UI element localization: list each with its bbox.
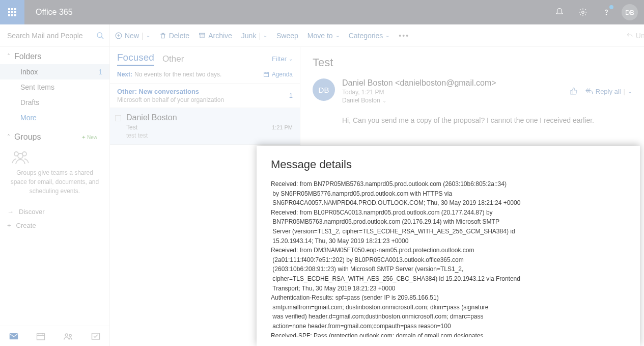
folders-more[interactable]: More	[0, 110, 109, 125]
people-module-icon[interactable]	[63, 332, 73, 340]
delete-button[interactable]: Delete	[159, 32, 189, 40]
create-link[interactable]: +Create	[7, 219, 102, 232]
svg-point-0	[582, 11, 584, 14]
folder-count: 1	[98, 68, 102, 76]
discover-label: Discover	[19, 208, 45, 216]
new-button[interactable]: New |⌄	[115, 32, 150, 40]
user-avatar[interactable]: DB	[622, 4, 638, 20]
message-checkbox[interactable]	[115, 115, 121, 121]
groups-header[interactable]: ˄ Groups ✦ New	[0, 125, 109, 145]
message-time: 1:21 PM	[272, 124, 293, 130]
tab-other[interactable]: Other	[162, 54, 184, 64]
search-input[interactable]	[7, 32, 96, 40]
calendar-module-icon[interactable]	[36, 332, 45, 340]
reading-title: Test	[313, 56, 632, 69]
folder-sent[interactable]: Sent Items	[0, 79, 109, 95]
brand-title: Office 365	[36, 8, 73, 17]
tasks-module-icon[interactable]	[91, 332, 100, 340]
svg-point-4	[97, 33, 102, 37]
notifications-icon[interactable]	[551, 4, 568, 20]
reading-date: Today, 1:21 PM	[342, 89, 496, 96]
like-icon[interactable]	[570, 87, 578, 95]
search-icon[interactable]	[96, 32, 104, 40]
message-details-modal: Message details Received: from BN7PR05MB…	[257, 146, 640, 346]
chevron-up-icon: ˄	[7, 53, 10, 60]
module-switcher	[0, 326, 109, 346]
svg-point-10	[65, 334, 68, 336]
app-launcher-button[interactable]	[0, 0, 24, 24]
mail-module-icon[interactable]	[9, 333, 18, 340]
waffle-icon	[8, 8, 16, 16]
groups-empty: Groups give teams a shared space for ema…	[0, 145, 109, 201]
folder-drafts[interactable]: Drafts	[0, 95, 109, 110]
sender-avatar: DB	[313, 78, 335, 101]
folder-label: Inbox	[20, 68, 38, 76]
agenda-button[interactable]: Agenda	[263, 71, 293, 78]
folder-label: Drafts	[20, 98, 39, 107]
folder-label: Sent Items	[20, 83, 54, 91]
message-subject: Test	[126, 124, 293, 131]
new-tag: ✦ New	[81, 135, 97, 140]
settings-icon[interactable]	[575, 4, 591, 20]
message-headers[interactable]: Received: from BN7PR05MB5763.namprd05.pr…	[271, 179, 626, 337]
folders-title: Folders	[14, 52, 41, 61]
other-box[interactable]: Other: New conversations Microsoft on be…	[110, 83, 300, 108]
message-preview: test test	[126, 132, 293, 139]
groups-title: Groups	[14, 132, 41, 142]
create-label: Create	[16, 222, 36, 229]
filter-button[interactable]: Filter ⌄	[272, 55, 293, 63]
new-label: New	[125, 32, 139, 40]
reading-body: Hi, Can you send me a copy of the propos…	[342, 115, 632, 126]
people-icon	[10, 150, 99, 164]
groups-desc: Groups give teams a shared space for ema…	[10, 168, 99, 196]
archive-label: Archive	[208, 32, 232, 40]
delete-label: Delete	[169, 32, 189, 40]
reply-all-button[interactable]: Reply all | ⌄	[585, 88, 632, 95]
help-badge	[609, 5, 613, 9]
junk-label: Junk	[241, 32, 257, 40]
modal-title: Message details	[271, 158, 626, 171]
svg-rect-8	[9, 333, 18, 339]
left-nav: ˄ Folders Inbox 1 Sent Items Drafts More…	[0, 24, 110, 346]
svg-point-11	[69, 334, 71, 336]
svg-rect-9	[37, 333, 44, 339]
chevron-up-icon: ˄	[7, 134, 10, 141]
svg-point-1	[606, 14, 606, 15]
top-bar: Office 365 DB	[0, 0, 644, 24]
tab-focused[interactable]: Focused	[117, 52, 154, 66]
other-title: Other: New conversations	[117, 88, 224, 95]
sweep-button[interactable]: Sweep	[276, 32, 298, 40]
chevron-down-icon[interactable]: ⌄	[382, 98, 386, 103]
reading-to: Daniel Boston	[342, 97, 380, 104]
folder-inbox[interactable]: Inbox 1	[0, 64, 109, 79]
message-item[interactable]: Daniel Boston Test test test 1:21 PM	[110, 108, 300, 145]
svg-rect-3	[200, 33, 205, 35]
message-from: Daniel Boston	[126, 113, 293, 122]
archive-button[interactable]: Archive	[199, 32, 232, 40]
other-count: 1	[289, 92, 293, 99]
other-sub: Microsoft on behalf of your organization	[117, 96, 224, 103]
next-text: No events for the next two days.	[134, 71, 221, 78]
svg-point-7	[18, 153, 23, 158]
discover-link[interactable]: →Discover	[7, 205, 102, 219]
next-label: Next:	[117, 71, 132, 78]
help-icon[interactable]	[598, 4, 614, 20]
folders-header[interactable]: ˄ Folders	[0, 47, 109, 64]
reading-from: Daniel Boston <danielboston@gmail.com>	[342, 78, 496, 88]
junk-button[interactable]: Junk |⌄	[241, 32, 267, 40]
svg-rect-13	[264, 72, 268, 77]
